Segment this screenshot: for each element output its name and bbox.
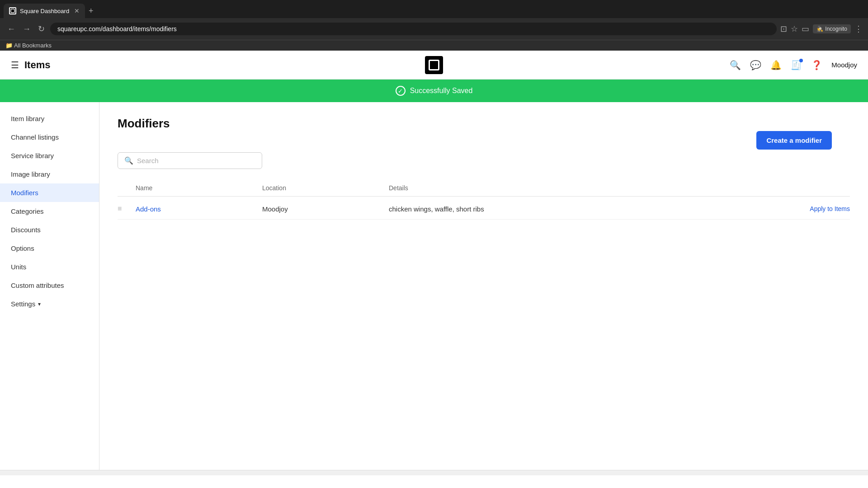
table-row: ≡ Add-ons Moodjoy chicken wings, waffle,… bbox=[118, 198, 850, 220]
sidebar-item-custom-attributes[interactable]: Custom attributes bbox=[0, 276, 99, 295]
tab-close-button[interactable]: ✕ bbox=[74, 7, 80, 14]
chevron-down-icon: ▾ bbox=[38, 301, 41, 307]
tab-favicon bbox=[9, 7, 16, 14]
profile-icon[interactable]: ▭ bbox=[802, 24, 809, 34]
top-nav: ☰ Items 🔍 💬 🔔 🧾 ❓ Moodjoy bbox=[0, 51, 868, 80]
forward-button[interactable]: → bbox=[21, 23, 33, 36]
sidebar-item-channel-listings[interactable]: Channel listings bbox=[0, 128, 99, 146]
col-location: Location bbox=[262, 184, 389, 192]
cast-icon: ⊡ bbox=[780, 24, 787, 34]
browser-tab[interactable]: Square Dashboard ✕ bbox=[4, 4, 85, 18]
back-button[interactable]: ← bbox=[5, 23, 17, 36]
search-icon: 🔍 bbox=[124, 156, 133, 165]
page-title: Modifiers bbox=[118, 117, 170, 131]
sidebar-item-options[interactable]: Options bbox=[0, 239, 99, 258]
row-name[interactable]: Add-ons bbox=[136, 205, 262, 213]
row-details: chicken wings, waffle, short ribs bbox=[389, 205, 769, 213]
square-logo-inner bbox=[429, 60, 439, 70]
help-icon[interactable]: ❓ bbox=[811, 60, 822, 70]
sidebar-item-item-library[interactable]: Item library bbox=[0, 109, 99, 128]
app-title: Items bbox=[24, 59, 50, 71]
drag-handle-icon[interactable]: ≡ bbox=[118, 205, 136, 213]
col-name: Name bbox=[136, 184, 262, 192]
refresh-button[interactable]: ↻ bbox=[36, 22, 47, 36]
menu-icon[interactable]: ⋮ bbox=[854, 24, 863, 34]
check-circle-icon: ✓ bbox=[396, 86, 406, 96]
square-logo bbox=[425, 56, 443, 74]
search-input[interactable] bbox=[137, 157, 255, 164]
col-details: Details bbox=[389, 184, 769, 192]
apply-to-items-link[interactable]: Apply to Items bbox=[769, 205, 850, 212]
success-banner: ✓ Successfully Saved bbox=[0, 80, 868, 102]
create-modifier-button[interactable]: Create a modifier bbox=[756, 131, 832, 150]
new-tab-button[interactable]: + bbox=[85, 6, 97, 16]
menu-toggle-button[interactable]: ☰ bbox=[11, 60, 19, 70]
scrollbar-area bbox=[0, 470, 868, 475]
receipt-icon[interactable]: 🧾 bbox=[791, 60, 802, 70]
sidebar-item-service-library[interactable]: Service library bbox=[0, 146, 99, 165]
bookmarks-bar-label[interactable]: 📁 All Bookmarks bbox=[5, 42, 52, 49]
content-area: Modifiers Create a modifier 🔍 Name Locat… bbox=[99, 102, 868, 470]
sidebar-item-modifiers[interactable]: Modifiers bbox=[0, 183, 99, 202]
sidebar-item-settings[interactable]: Settings ▾ bbox=[0, 295, 99, 313]
bell-icon[interactable]: 🔔 bbox=[770, 60, 782, 70]
sidebar-item-categories[interactable]: Categories bbox=[0, 202, 99, 221]
table-header: Name Location Details bbox=[118, 180, 850, 197]
success-message: Successfully Saved bbox=[410, 87, 473, 95]
user-name[interactable]: Moodjoy bbox=[831, 61, 857, 69]
incognito-icon: 🕵 bbox=[816, 26, 823, 32]
sidebar-item-discounts[interactable]: Discounts bbox=[0, 221, 99, 239]
address-bar[interactable] bbox=[50, 23, 777, 35]
tab-title: Square Dashboard bbox=[20, 8, 71, 14]
chat-icon[interactable]: 💬 bbox=[750, 60, 761, 70]
incognito-badge: 🕵 Incognito bbox=[813, 24, 851, 33]
search-bar: 🔍 bbox=[118, 152, 262, 169]
sidebar-item-image-library[interactable]: Image library bbox=[0, 165, 99, 183]
row-location: Moodjoy bbox=[262, 205, 389, 213]
notification-dot bbox=[799, 59, 803, 62]
search-icon[interactable]: 🔍 bbox=[730, 60, 741, 70]
sidebar: Item library Channel listings Service li… bbox=[0, 102, 99, 470]
sidebar-item-units[interactable]: Units bbox=[0, 258, 99, 276]
bookmark-icon[interactable]: ☆ bbox=[791, 24, 798, 34]
